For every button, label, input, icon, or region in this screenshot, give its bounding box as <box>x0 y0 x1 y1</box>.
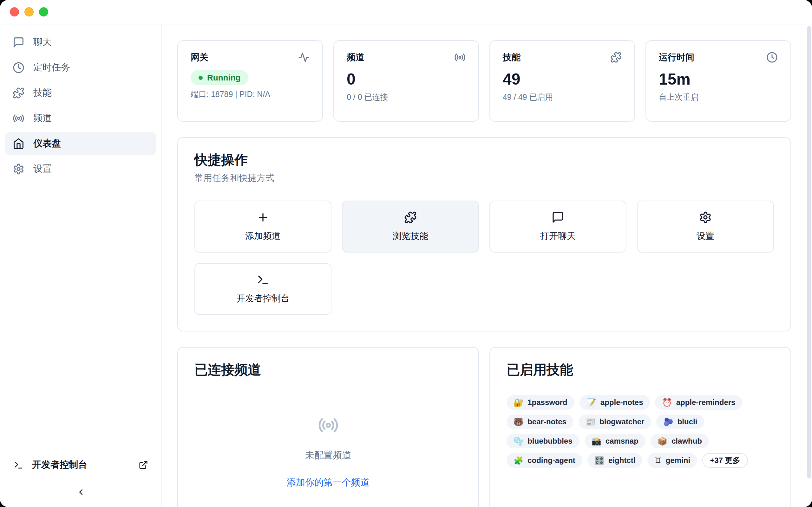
skill-name: clawhub <box>671 437 702 446</box>
close-button[interactable] <box>10 7 19 16</box>
skill-chip-camsnap: 📸 camsnap <box>585 434 646 448</box>
stat-card-title: 技能 <box>503 52 520 63</box>
home-icon <box>13 138 24 150</box>
stats-row: 网关 Running端口: 18789 | PID: N/A 频道 00 / 0… <box>177 40 791 122</box>
status-badge-label: Running <box>207 73 241 83</box>
activity-icon <box>298 52 310 63</box>
settings-icon <box>699 211 712 224</box>
skill-emoji-icon: 🧩 <box>513 457 523 464</box>
skill-name: blogwatcher <box>600 417 644 426</box>
sidebar-item-label: 仪表盘 <box>33 137 61 150</box>
sidebar-item-cron[interactable]: 定时任务 <box>5 56 156 79</box>
skill-name: coding-agent <box>527 456 575 465</box>
terminal-icon <box>13 460 24 470</box>
settings-icon <box>13 163 24 175</box>
add-first-channel-link[interactable]: 添加你的第一个频道 <box>287 476 369 489</box>
sidebar-item-dashboard[interactable]: 仪表盘 <box>5 132 156 155</box>
stat-card-skills: 技能 4949 / 49 已启用 <box>490 40 635 122</box>
puzzle-icon <box>13 87 24 99</box>
sidebar-item-label: 频道 <box>33 112 52 124</box>
sidebar-item-channels[interactable]: 频道 <box>5 107 156 130</box>
radio-icon <box>318 415 339 436</box>
channels-empty-text: 未配置频道 <box>305 449 351 462</box>
message-square-icon <box>552 211 564 224</box>
clock-icon <box>766 52 778 63</box>
stat-subtext: 端口: 18789 | PID: N/A <box>191 89 310 100</box>
minimize-button[interactable] <box>24 7 34 16</box>
skill-emoji-icon: 📦 <box>658 437 667 445</box>
stat-value: 15m <box>659 71 778 88</box>
external-link-icon <box>139 460 148 469</box>
more-skills-button[interactable]: +37 更多 <box>702 453 748 468</box>
scrollbar-thumb[interactable] <box>807 26 811 478</box>
skill-emoji-icon: 📝 <box>587 399 596 406</box>
dev-console-label: 开发者控制台 <box>32 458 131 471</box>
status-dot-icon <box>199 76 203 80</box>
quick-action-label: 设置 <box>697 230 714 242</box>
skill-chip-apple-reminders: ⏰ apple-reminders <box>655 395 742 410</box>
quick-action-add-channel[interactable]: 添加频道 <box>194 201 332 252</box>
skill-emoji-icon: 🫐 <box>663 418 673 426</box>
zoom-button[interactable] <box>39 7 48 16</box>
quick-action-settings[interactable]: 设置 <box>637 201 774 252</box>
plus-icon <box>257 211 269 224</box>
quick-action-open-chat[interactable]: 打开聊天 <box>490 201 626 252</box>
sidebar-collapse-button[interactable] <box>72 484 90 500</box>
skill-emoji-icon: 🐻 <box>513 418 523 426</box>
sidebar-item-label: 设置 <box>33 163 52 175</box>
skill-chip-1password: 🔐 1password <box>507 395 574 410</box>
sidebar-nav: 聊天 定时任务 技能 频道 仪表盘 设置 <box>5 31 156 183</box>
skill-chip-clawhub: 📦 clawhub <box>651 434 709 448</box>
stat-card-uptime: 运行时间 15m自上次重启 <box>646 40 791 122</box>
stat-subtext: 49 / 49 已启用 <box>503 92 622 102</box>
skill-chip-apple-notes: 📝 apple-notes <box>579 395 650 410</box>
quick-action-browse-skills[interactable]: 浏览技能 <box>342 201 479 252</box>
radio-icon <box>454 52 466 63</box>
channels-empty-state: 未配置频道 添加你的第一个频道 <box>194 415 462 489</box>
skill-name: bear-notes <box>527 417 566 426</box>
skill-emoji-icon: 📰 <box>586 418 595 426</box>
skill-chip-coding-agent: 🧩 coding-agent <box>507 453 582 468</box>
skill-name: blucli <box>677 417 698 426</box>
stat-subtext: 自上次重启 <box>659 92 778 102</box>
skill-name: apple-reminders <box>676 398 735 407</box>
skill-name: gemini <box>666 456 690 465</box>
quick-action-label: 添加频道 <box>245 230 281 242</box>
skill-chip-blogwatcher: 📰 blogwatcher <box>578 414 652 429</box>
message-square-icon <box>13 37 24 48</box>
skill-chip-gemini: ♊ gemini <box>647 453 697 468</box>
skill-emoji-icon: ⏰ <box>662 399 672 406</box>
skill-chip-eightctl: 🎛️ eightctl <box>588 453 643 468</box>
skill-emoji-icon: 🔐 <box>513 399 523 406</box>
radio-icon <box>13 112 24 124</box>
app-window: 聊天 定时任务 技能 频道 仪表盘 设置 开发者控制台 <box>0 0 812 507</box>
stat-card-channels: 频道 00 / 0 已连接 <box>334 40 479 122</box>
sidebar-item-chat[interactable]: 聊天 <box>5 31 156 54</box>
sidebar-item-label: 聊天 <box>33 36 52 49</box>
sidebar-item-settings[interactable]: 设置 <box>5 158 156 180</box>
skill-emoji-icon: 📸 <box>592 437 601 445</box>
stat-value: 0 <box>347 71 466 88</box>
terminal-icon <box>257 274 269 286</box>
stat-card-title: 运行时间 <box>659 52 694 63</box>
puzzle-icon <box>610 52 622 63</box>
stat-card-gateway: 网关 Running端口: 18789 | PID: N/A <box>177 40 323 122</box>
connected-channels-card: 已连接频道 未配置频道 添加你的第一个频道 <box>177 347 479 507</box>
sidebar-dev-console-link[interactable]: 开发者控制台 <box>5 454 156 475</box>
quick-actions-title: 快捷操作 <box>194 152 774 168</box>
sidebar-item-label: 定时任务 <box>33 61 70 74</box>
bottom-row: 已连接频道 未配置频道 添加你的第一个频道 已启用技能 🔐 1password … <box>177 347 791 507</box>
skill-emoji-icon: ♊ <box>654 457 661 464</box>
quick-action-dev-console[interactable]: 开发者控制台 <box>194 263 332 315</box>
quick-actions-panel: 快捷操作 常用任务和快捷方式 添加频道 浏览技能 打开聊天 设置 开发者控制台 <box>177 137 791 331</box>
status-badge: Running <box>191 70 248 85</box>
sidebar-item-skills[interactable]: 技能 <box>5 81 156 104</box>
sidebar-item-label: 技能 <box>33 87 52 99</box>
stat-value: 49 <box>503 71 622 88</box>
enabled-skills-card: 已启用技能 🔐 1password 📝 apple-notes ⏰ apple-… <box>490 347 791 507</box>
connected-channels-title: 已连接频道 <box>194 361 462 378</box>
skill-emoji-icon: 🫧 <box>513 437 523 445</box>
skill-name: bluebubbles <box>527 437 572 446</box>
quick-action-label: 浏览技能 <box>393 230 428 242</box>
stat-subtext: 0 / 0 已连接 <box>347 92 466 102</box>
